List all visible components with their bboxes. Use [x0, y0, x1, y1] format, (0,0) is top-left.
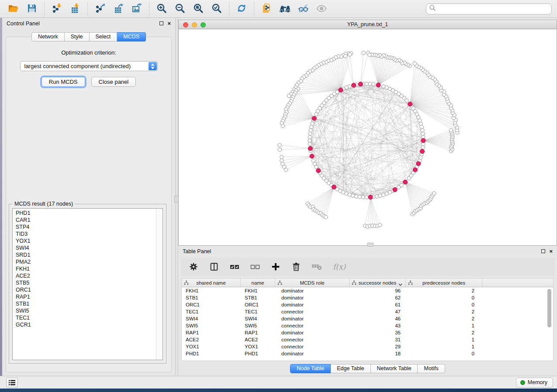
graph-node[interactable] [432, 192, 436, 195]
graph-node[interactable] [308, 135, 311, 139]
graph-node[interactable] [365, 82, 368, 86]
graph-node[interactable] [421, 128, 424, 132]
graph-node[interactable] [309, 128, 312, 132]
table-row[interactable]: SWI4SWI4dominator462 [182, 315, 553, 322]
close-table-panel-icon[interactable]: × [549, 249, 553, 254]
mcds-result-item[interactable]: ACE2 [13, 272, 156, 279]
apply-layout-button[interactable] [234, 2, 249, 16]
graph-hub-node[interactable] [408, 102, 412, 106]
deselect-all-rows-button[interactable] [249, 261, 261, 273]
graph-node[interactable] [413, 62, 416, 65]
mcds-result-item[interactable]: RAP1 [13, 293, 156, 300]
mcds-result-item[interactable]: GCR1 [13, 321, 156, 328]
network-canvas[interactable] [179, 29, 557, 245]
tab-node-table[interactable]: Node Table [290, 364, 331, 373]
column-header-shared-name[interactable]: shared name [182, 279, 241, 287]
tab-motifs[interactable]: Motifs [418, 364, 445, 373]
graph-node[interactable] [308, 132, 312, 135]
window-minimize-traffic-light[interactable] [192, 22, 197, 28]
zoom-fit-button[interactable] [191, 2, 206, 16]
graph-hub-node[interactable] [310, 154, 314, 158]
graph-hub-node[interactable] [339, 88, 343, 92]
table-row[interactable]: RAP1RAP1dominator352 [182, 329, 553, 336]
graph-node[interactable] [421, 146, 425, 149]
mcds-result-item[interactable]: TID3 [13, 230, 156, 237]
run-mcds-button[interactable]: Run MCDS [42, 77, 85, 87]
table-row[interactable]: SWI5SWI5connector431 [182, 322, 553, 329]
export-image-button[interactable] [129, 2, 144, 16]
graph-node[interactable] [351, 194, 355, 197]
vertical-splitter[interactable] [175, 18, 178, 376]
search-input[interactable] [436, 6, 549, 12]
table-row[interactable]: FKH1FKH1dominator962 [182, 287, 553, 294]
graph-node[interactable] [344, 54, 347, 58]
graph-node[interactable] [378, 223, 382, 227]
graph-node[interactable] [368, 82, 372, 86]
tab-select[interactable]: Select [90, 32, 118, 41]
zoom-out-button[interactable] [173, 2, 187, 16]
graph-node[interactable] [287, 94, 291, 97]
float-panel-icon[interactable] [159, 21, 163, 25]
graph-node[interactable] [382, 85, 385, 88]
table-row[interactable]: ORC1ORC1dominator610 [182, 301, 553, 308]
mcds-result-item[interactable]: ORC1 [13, 286, 156, 293]
graph-node[interactable] [315, 112, 318, 116]
table-settings-button[interactable] [188, 261, 199, 273]
graph-hub-node[interactable] [420, 149, 425, 154]
float-table-panel-icon[interactable] [541, 249, 545, 253]
graph-hub-node[interactable] [316, 168, 321, 173]
graph-node[interactable] [311, 122, 314, 125]
graph-node[interactable] [449, 128, 453, 132]
add-column-button[interactable] [270, 261, 281, 273]
graph-node[interactable] [365, 196, 368, 199]
graph-node[interactable] [375, 195, 378, 198]
graph-hub-node[interactable] [416, 162, 421, 166]
memory-button[interactable]: Memory [516, 378, 553, 388]
network-graph[interactable] [179, 29, 557, 245]
criterion-select[interactable]: largest connected component (undirected) [20, 61, 158, 71]
window-zoom-traffic-light[interactable] [201, 22, 206, 28]
graph-hub-node[interactable] [352, 83, 356, 87]
table-row[interactable]: TEC1TEC1connector472 [182, 308, 553, 315]
tab-network[interactable]: Network [31, 32, 65, 41]
mcds-result-item[interactable]: SWI5 [13, 307, 156, 314]
graph-node[interactable] [281, 124, 284, 127]
graph-node[interactable] [361, 196, 365, 199]
graph-node[interactable] [310, 125, 313, 129]
graph-node[interactable] [278, 143, 281, 147]
import-network-button[interactable] [49, 2, 64, 16]
graph-node[interactable] [280, 159, 284, 162]
save-session-button[interactable] [24, 2, 39, 16]
clone-network-button[interactable] [259, 2, 274, 16]
tab-network-table[interactable]: Network Table [371, 364, 418, 373]
graph-hub-node[interactable] [358, 82, 363, 86]
show-columns-button[interactable] [208, 261, 220, 273]
column-header-name[interactable]: name [241, 279, 275, 287]
mcds-result-item[interactable]: STB1 [13, 300, 156, 307]
horizontal-splitter-handle[interactable] [367, 243, 374, 247]
select-all-rows-button[interactable] [229, 261, 240, 273]
result-list-scrollbar[interactable] [156, 209, 163, 360]
tab-edge-table[interactable]: Edge Table [331, 364, 370, 373]
graph-node[interactable] [308, 139, 311, 142]
graph-hub-node[interactable] [332, 185, 336, 189]
table-row[interactable]: STB1STB1dominator620 [182, 294, 553, 301]
graph-node[interactable] [358, 195, 361, 199]
close-panel-button[interactable]: Close panel [91, 77, 136, 87]
mcds-result-item[interactable]: STP4 [13, 224, 156, 230]
graph-node[interactable] [378, 194, 382, 197]
window-close-traffic-light[interactable] [183, 22, 188, 28]
status-menu-button[interactable] [6, 378, 18, 388]
zoom-selected-button[interactable] [209, 2, 224, 16]
open-session-button[interactable] [6, 2, 21, 16]
graph-node[interactable] [368, 53, 371, 56]
graph-node[interactable] [354, 195, 358, 198]
graph-hub-node[interactable] [312, 116, 316, 120]
table-scrollbar-thumb[interactable] [547, 289, 551, 327]
table-scrollbar[interactable] [547, 289, 552, 358]
graph-node[interactable] [420, 125, 423, 129]
graph-node[interactable] [308, 142, 311, 146]
find-button[interactable] [277, 2, 292, 16]
graph-hub-node[interactable] [393, 188, 397, 192]
export-table-button[interactable] [111, 2, 126, 16]
